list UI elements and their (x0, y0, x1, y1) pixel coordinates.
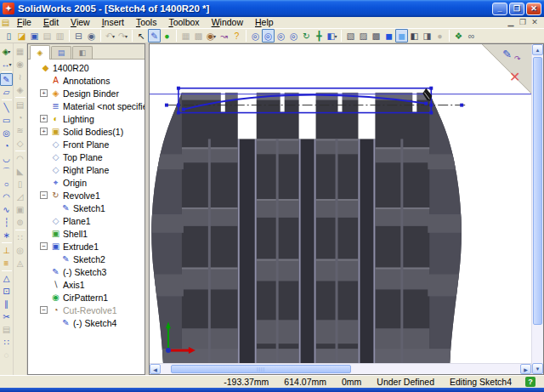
parabola-button[interactable]: ◠ (0, 190, 13, 203)
menu-toolbox[interactable]: Toolbox (162, 17, 205, 28)
apply-scene-button[interactable]: ❖ (452, 29, 465, 43)
tree-item-revolve1[interactable]: −↻Revolve1 (28, 189, 144, 202)
tree-expander[interactable]: − (40, 306, 48, 314)
tree-expander[interactable]: − (40, 242, 48, 250)
quick-tips-icon[interactable]: ? (525, 377, 536, 387)
tree-item-right-plane[interactable]: ◇Right Plane (28, 163, 144, 176)
tree-item-plane1[interactable]: ◇Plane1 (28, 214, 144, 227)
point-button[interactable]: ∗ (0, 229, 13, 241)
redo-dropdown-arrow[interactable]: ▾ (125, 33, 128, 39)
menu-edit[interactable]: Edit (37, 17, 65, 28)
horizontal-scrollbar[interactable]: ◀ |||| ▶ (150, 363, 531, 374)
tree-item-axis1[interactable]: ∖Axis1 (28, 278, 144, 291)
hidden-lines-removed-button[interactable]: ▩ (370, 29, 382, 43)
mdi-restore-button[interactable]: ❐ (517, 17, 529, 28)
sketch-button[interactable]: ✎ (0, 73, 13, 86)
linear-sketch-pattern-button[interactable]: ∷ (0, 336, 13, 349)
menu-insert[interactable]: Insert (96, 17, 130, 28)
tree-item-design-binder[interactable]: +◈Design Binder (28, 87, 144, 99)
menu-file[interactable]: File (11, 17, 37, 28)
help-button[interactable]: ? (230, 29, 243, 43)
convert-entities-button[interactable]: ⊡ (0, 285, 13, 298)
zoom-in-out-button[interactable]: ◎ (275, 29, 287, 43)
fly-through-button[interactable]: ↝ (218, 29, 230, 43)
select-button[interactable]: ↖ (135, 29, 148, 43)
minimize-button[interactable]: _ (492, 3, 507, 15)
dimension-dropdown-arrow[interactable]: ▾ (8, 61, 11, 67)
trim-entities-button[interactable]: ✂ (0, 310, 13, 323)
tree-expander[interactable]: − (40, 191, 48, 199)
tree-item-1400r20[interactable]: ◆1400R20 (28, 61, 144, 74)
mdi-minimize-button[interactable]: ▁ (505, 17, 517, 28)
menu-help[interactable]: Help (249, 17, 280, 28)
standard-views-dropdown-arrow[interactable]: ▾ (334, 33, 337, 39)
snapshot-dropdown-arrow[interactable]: ▾ (213, 33, 216, 39)
vertical-scroll-track[interactable] (532, 55, 543, 363)
tree-item-sketch1[interactable]: ✎Sketch1 (28, 202, 144, 214)
hidden-lines-visible-button[interactable]: ▨ (357, 29, 370, 43)
tree-item-lighting[interactable]: +◐Lighting (28, 112, 144, 125)
zoom-to-fit-button[interactable]: ◎ (249, 29, 262, 43)
tree-item-top-plane[interactable]: ◇Top Plane (28, 151, 144, 163)
3-point-arc-button[interactable]: ⌒ (0, 165, 13, 178)
undo-dropdown-arrow[interactable]: ▾ (112, 33, 115, 39)
circle-button[interactable]: ◎ (0, 127, 13, 139)
featuremanager-tab[interactable]: ◈ (30, 45, 50, 60)
snapshot-button[interactable]: ◉▾ (205, 29, 218, 43)
menu-tools[interactable]: Tools (130, 17, 163, 28)
tree-item-cut-revolve1[interactable]: −◔Cut-Revolve1 (28, 304, 144, 316)
standard-views-button[interactable]: ◧▾ (326, 29, 338, 43)
menu-window[interactable]: Window (206, 17, 249, 28)
tree-item-front-plane[interactable]: ◇Front Plane (28, 138, 144, 151)
vertical-scroll-thumb[interactable] (533, 57, 542, 325)
smart-dimension-dropdown-arrow[interactable]: ▾ (8, 48, 10, 54)
centerline-button[interactable]: ┆ (0, 216, 13, 229)
add-relation-button[interactable]: ⊥ (0, 244, 13, 257)
tree-item-material-not-specified[interactable]: ≣Material <not specified> (28, 99, 144, 112)
exit-sketch-icon[interactable]: ✎ (502, 48, 512, 60)
scroll-left-button[interactable]: ◀ (150, 364, 161, 374)
mdi-close-button[interactable]: ✕ (529, 17, 541, 28)
shaded-with-edges-button[interactable]: ◼ (382, 29, 395, 43)
shadows-in-shaded-mode-button[interactable]: ◧ (408, 29, 421, 43)
3d-sketch-button[interactable]: ▱ (0, 86, 13, 99)
zoom-to-area-button[interactable]: ◎ (262, 29, 275, 43)
perspective-button[interactable]: ◨ (421, 29, 434, 43)
save-button[interactable]: ▣ (28, 29, 41, 43)
sketch-button[interactable]: ✎ (148, 29, 161, 43)
spline-button[interactable]: ∿ (0, 203, 13, 216)
scroll-up-button[interactable]: ▲ (532, 44, 543, 55)
propertymanager-tab[interactable]: ▤ (51, 46, 71, 59)
rotate-view-button[interactable]: ↻ (300, 29, 313, 43)
smart-dimension-button[interactable]: ◈▾ (0, 45, 13, 58)
tree-item-extrude1[interactable]: −▣Extrude1 (28, 240, 144, 253)
tree-item-sketch2[interactable]: ✎Sketch2 (28, 253, 144, 265)
centerpoint-arc-button[interactable]: ◔ (0, 139, 13, 152)
viewport-canvas[interactable]: ✎ ↷ ✕ (150, 44, 531, 363)
graphics-viewport[interactable]: ✎ ↷ ✕ ▲ ▼ ◀ |||| ▶ (149, 43, 544, 375)
tree-item-solid-bodies-1[interactable]: +▣Solid Bodies(1) (28, 125, 144, 138)
dimension-button[interactable]: ↔▾ (0, 58, 13, 71)
pan-button[interactable]: ╋ (313, 29, 326, 43)
tree-expander[interactable]: + (40, 128, 48, 135)
horizontal-scroll-thumb[interactable]: |||| (171, 365, 351, 373)
exit-sketch-arrow-icon[interactable]: ↷ (514, 54, 521, 63)
scroll-down-button[interactable]: ▼ (532, 363, 543, 374)
open-button[interactable]: ◪ (15, 29, 28, 43)
tree-item-annotations[interactable]: AAnnotations (28, 74, 144, 87)
tree-item-shell1[interactable]: ▣Shell1 (28, 227, 144, 240)
mirror-entities-button[interactable]: △ (0, 272, 13, 285)
horizontal-scroll-track[interactable]: |||| (161, 364, 520, 374)
tree-expander[interactable]: + (40, 89, 48, 97)
shaded-button[interactable]: ◼ (395, 29, 408, 43)
zoom-to-selection-button[interactable]: ◎ (287, 29, 300, 43)
tangent-arc-button[interactable]: ◡ (0, 152, 13, 165)
tree-item-origin[interactable]: ⌖Origin (28, 176, 144, 189)
title-bar[interactable]: ✦ SolidWorks 2005 - [Sketch4 of 1400R20 … (0, 0, 544, 17)
line-button[interactable]: ╲ (0, 101, 13, 114)
new-button[interactable]: ▯ (3, 29, 15, 43)
configurationmanager-tab[interactable]: ◧ (72, 46, 93, 59)
wireframe-button[interactable]: ▧ (344, 29, 357, 43)
rebuild-button[interactable]: ● (161, 29, 173, 43)
tree-expander[interactable]: + (40, 115, 48, 122)
